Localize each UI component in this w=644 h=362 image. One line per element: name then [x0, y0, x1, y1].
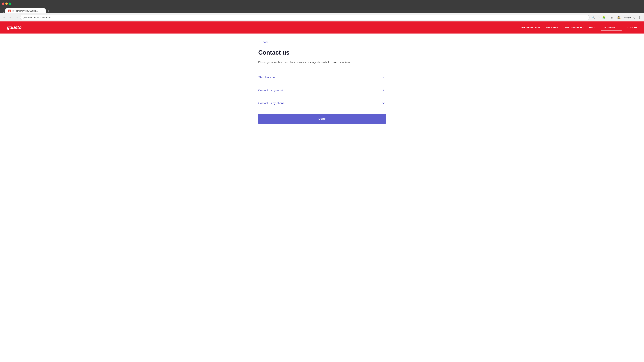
nav-sustainability[interactable]: SUSTAINABILITY: [565, 26, 584, 29]
menu-button[interactable]: ⋮: [637, 15, 642, 20]
extensions-icon-button[interactable]: 🧩: [602, 15, 606, 20]
done-button[interactable]: Done: [258, 114, 386, 124]
back-link[interactable]: ← Back: [258, 40, 386, 44]
tab-favicon: G: [8, 9, 11, 12]
window-minimize-button[interactable]: [5, 2, 8, 5]
live-chat-chevron-icon: [381, 75, 386, 80]
tab-close-button[interactable]: ×: [40, 9, 43, 12]
phone-chevron-down-icon: [381, 101, 386, 106]
back-link-label: Back: [263, 40, 268, 43]
profile-icon-button[interactable]: 🕵: [617, 15, 621, 20]
logout-link[interactable]: LOGOUT: [628, 26, 637, 29]
page-description: Please get in touch so one of our custom…: [258, 60, 386, 64]
browser-chrome: ▾ G Food Delivery | Try Our Recipe × + ←…: [0, 0, 644, 21]
browser-toolbar: ← → ↻ 🔍 ☆ 🧩 ⊟ 🕵 Incognito (2) ⋮: [0, 13, 644, 21]
website: gousto CHOOSE RECIPES FREE FOOD SUSTAINA…: [0, 21, 644, 131]
live-chat-option[interactable]: Start live chat: [258, 71, 386, 84]
phone-label: Contact us by phone: [258, 102, 284, 105]
address-bar[interactable]: [20, 15, 590, 20]
toolbar-icons: 🔍 ☆ 🧩 ⊟ 🕵 Incognito (2) ⋮: [591, 15, 642, 20]
main-nav: CHOOSE RECIPES FREE FOOD SUSTAINABILITY …: [520, 25, 637, 30]
gousto-logo[interactable]: gousto: [7, 25, 21, 30]
nav-free-food[interactable]: FREE FOOD: [546, 26, 559, 29]
email-chevron-icon: [381, 88, 386, 93]
window-maximize-button[interactable]: [9, 2, 11, 5]
back-button[interactable]: ←: [2, 15, 7, 20]
browser-titlebar: [0, 0, 644, 7]
tab-title: Food Delivery | Try Our Recipe: [12, 10, 39, 12]
new-tab-button[interactable]: +: [46, 9, 51, 13]
contact-options: Start live chat Contact us by email: [258, 71, 386, 110]
email-label: Contact us by email: [258, 89, 283, 92]
search-icon-button[interactable]: 🔍: [591, 15, 596, 20]
back-arrow-icon: ←: [258, 40, 261, 44]
page-title: Contact us: [258, 49, 386, 56]
live-chat-label: Start live chat: [258, 76, 276, 79]
reload-button[interactable]: ↻: [14, 15, 19, 20]
toolbar-divider: [608, 16, 608, 19]
nav-choose-recipes[interactable]: CHOOSE RECIPES: [520, 26, 540, 29]
sidebar-icon-button[interactable]: ⊟: [609, 15, 614, 20]
main-content: ← Back Contact us Please get in touch so…: [255, 33, 389, 131]
email-option[interactable]: Contact us by email: [258, 84, 386, 97]
tabs-bar: ▾ G Food Delivery | Try Our Recipe × +: [0, 7, 644, 13]
forward-button[interactable]: →: [8, 15, 13, 20]
window-close-button[interactable]: [2, 2, 4, 5]
site-header: gousto CHOOSE RECIPES FREE FOOD SUSTAINA…: [0, 21, 644, 33]
incognito-button[interactable]: Incognito (2): [622, 15, 636, 19]
phone-option[interactable]: Contact us by phone: [258, 97, 386, 110]
nav-help[interactable]: HELP: [589, 26, 595, 29]
tab-dropdown-button[interactable]: ▾: [2, 11, 5, 13]
bookmark-icon-button[interactable]: ☆: [596, 15, 601, 20]
window-controls: [2, 2, 11, 5]
my-gousto-button[interactable]: MY GOUSTO: [601, 25, 622, 30]
active-tab[interactable]: G Food Delivery | Try Our Recipe ×: [5, 8, 46, 13]
